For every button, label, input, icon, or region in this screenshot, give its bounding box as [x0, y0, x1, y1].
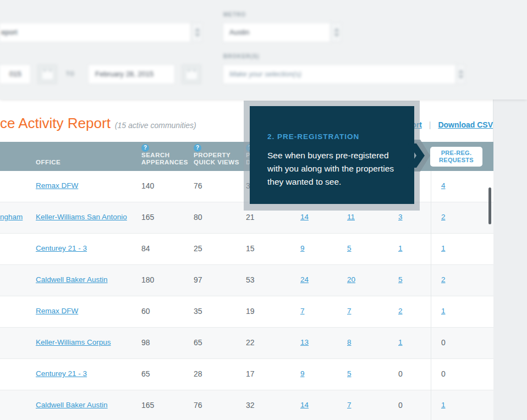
metric-link-1[interactable]: 9	[300, 369, 305, 378]
filter-bar-content: eport METRO Austin 015 TO February 28, 2…	[0, 0, 527, 100]
date-to-input[interactable]: February 28, 2015	[88, 64, 175, 84]
metric-link-3[interactable]: 1	[398, 244, 403, 252]
prereg-requests-value[interactable]: 1	[441, 307, 446, 315]
column-header-quick-views[interactable]: PROPERTY QUICK VIEWS	[194, 152, 239, 166]
table-row: Centurey 21 - 36528179500	[0, 359, 493, 390]
prereg-requests-header-button[interactable]: PRE-REG. REQUESTS	[430, 147, 482, 167]
help-icon[interactable]: ?	[141, 144, 149, 152]
prereg-requests-value[interactable]: 1	[441, 244, 446, 252]
column-header-office[interactable]: OFFICE	[36, 159, 61, 166]
office-link[interactable]: Remax DFW	[36, 181, 78, 190]
metric-link-1[interactable]: 9	[300, 244, 305, 252]
tooltip-box: 2. PRE-REGISTRATION See when buyers pre-…	[250, 106, 414, 204]
search-appearances-value: 180	[141, 275, 154, 284]
column-header-line: SEARCH	[141, 152, 188, 159]
search-appearances-value: 140	[141, 181, 154, 190]
office-link[interactable]: Keller-Williams San Antonio	[36, 213, 127, 221]
quick-views-value: 65	[194, 338, 202, 347]
filter-bar: eport METRO Austin 015 TO February 28, 2…	[0, 0, 527, 100]
metric-link-3: 0	[398, 401, 403, 410]
date-from-input[interactable]: 015	[0, 64, 31, 84]
prereg-requests-value: 0	[441, 369, 446, 378]
metric-link-3[interactable]: 1	[398, 338, 403, 346]
links-divider: |	[429, 120, 431, 129]
search-appearances-value: 98	[141, 338, 150, 347]
metric-link-3[interactable]: 5	[398, 275, 403, 284]
metric-link-2[interactable]: 20	[347, 275, 355, 284]
office-link[interactable]: Centurey 21 - 3	[36, 369, 87, 378]
report-type-stepper[interactable]	[191, 23, 202, 42]
metric-link-2[interactable]: 11	[347, 213, 355, 221]
download-csv-link[interactable]: Download CSV	[438, 120, 493, 129]
quick-views-value: 35	[194, 307, 202, 316]
search-appearances-value: 60	[141, 307, 150, 316]
brokers-multiselect[interactable]: Make your selection(s)	[223, 64, 456, 84]
metric-link-1[interactable]: 14	[300, 401, 309, 409]
page-subtitle: (15 active communities)	[115, 121, 196, 130]
table-row: Centurey 21 - 38425159511	[0, 234, 493, 265]
calendar-from-button[interactable]	[37, 64, 57, 84]
calendar-to-button[interactable]	[182, 64, 201, 84]
calendar-icon	[42, 71, 53, 79]
metric-link-3[interactable]: 2	[398, 307, 403, 315]
prereg-requests-value[interactable]: 4	[441, 181, 446, 190]
office-link[interactable]: Caldwell Baker Austin	[36, 275, 108, 284]
detail-views-value: 32	[246, 401, 255, 410]
vertical-scrollbar[interactable]	[488, 187, 491, 224]
prereg-button-line: PRE-REG.	[430, 150, 482, 157]
report-type-value: eport	[1, 28, 18, 36]
metric-link-2[interactable]: 5	[347, 369, 352, 378]
detail-views-value: 53	[246, 275, 255, 284]
metric-link-1[interactable]: 7	[300, 307, 305, 315]
metric-link-1[interactable]: 13	[300, 338, 309, 346]
quick-views-value: 28	[194, 369, 202, 378]
metro-select[interactable]: Austin	[223, 23, 331, 42]
metric-link-3[interactable]: 3	[398, 213, 403, 221]
metric-link-2[interactable]: 7	[347, 307, 352, 315]
date-range-to-label: TO	[66, 71, 75, 77]
search-appearances-value: 84	[141, 244, 150, 253]
page: eport METRO Austin 015 TO February 28, 2…	[0, 0, 527, 420]
brokers-placeholder: Make your selection(s)	[229, 70, 301, 78]
quick-views-value: 97	[194, 275, 202, 284]
office-link[interactable]: Remax DFW	[36, 307, 78, 315]
page-title: ce Activity Report(15 active communities…	[0, 115, 196, 132]
column-header-line: QUICK VIEWS	[194, 159, 239, 166]
office-link[interactable]: Keller-Williams Corpus	[36, 338, 111, 346]
date-from-value: 015	[9, 70, 21, 78]
quick-views-value: 76	[194, 181, 202, 190]
report-type-select[interactable]: eport	[0, 23, 191, 42]
column-header-search-appearances[interactable]: SEARCH APPERANCES	[141, 152, 188, 166]
metro-label: METRO	[223, 12, 246, 18]
metric-link-2[interactable]: 7	[347, 401, 352, 409]
brokers-stepper[interactable]	[456, 64, 465, 84]
prereg-requests-value[interactable]: 1	[441, 401, 446, 409]
detail-views-value: 22	[246, 338, 255, 347]
metric-link-2[interactable]: 8	[347, 338, 352, 346]
prereg-requests-value[interactable]: 2	[441, 213, 446, 221]
tour-tooltip: 2. PRE-REGISTRATION See when buyers pre-…	[244, 101, 420, 211]
detail-views-value: 21	[246, 213, 255, 222]
office-link[interactable]: Centurey 21 - 3	[36, 244, 87, 252]
calendar-icon	[186, 71, 197, 79]
search-appearances-value: 165	[141, 401, 154, 410]
prereg-requests-value[interactable]: 2	[441, 275, 446, 284]
agent-link[interactable]: ngham	[0, 213, 23, 221]
table-row: Caldwell Baker Austin1809753242052	[0, 265, 493, 296]
help-icon[interactable]: ?	[194, 144, 201, 152]
detail-views-value: 15	[246, 244, 255, 253]
metric-link-2[interactable]: 5	[347, 244, 352, 252]
tooltip-body-text: See when buyers pre-registered with you …	[267, 149, 398, 189]
prereg-requests-value: 0	[441, 338, 446, 347]
metro-value: Austin	[229, 28, 249, 36]
quick-views-value: 25	[194, 244, 202, 253]
column-header-line: APPERANCES	[141, 159, 188, 166]
metro-stepper[interactable]	[331, 23, 342, 42]
metric-link-1[interactable]: 24	[300, 275, 309, 284]
metric-link-1[interactable]: 14	[300, 213, 309, 221]
prereg-button-line: REQUESTS	[430, 157, 482, 164]
tooltip-step-title: 2. PRE-REGISTRATION	[267, 132, 359, 141]
table-row: Caldwell Baker Austin165763214701	[0, 390, 493, 420]
search-appearances-value: 65	[141, 369, 150, 378]
office-link[interactable]: Caldwell Baker Austin	[36, 401, 108, 409]
